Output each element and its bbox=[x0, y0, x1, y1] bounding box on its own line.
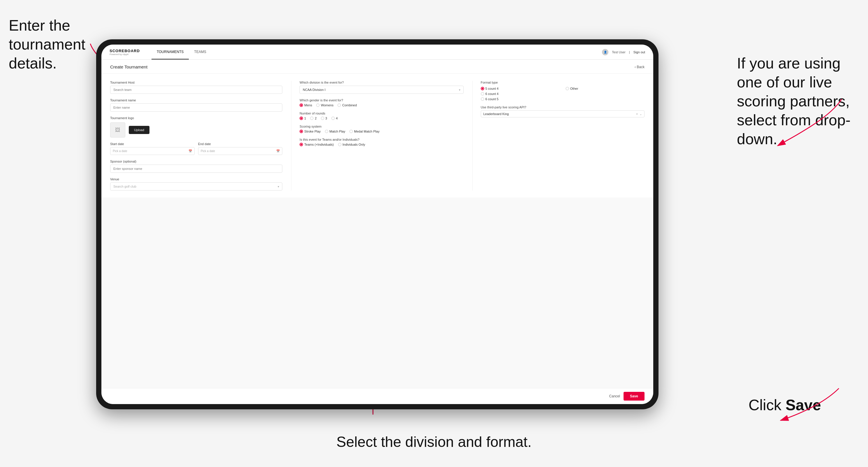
annotation-bottomright: Click Save bbox=[748, 396, 859, 414]
upload-button[interactable]: Upload bbox=[129, 126, 150, 134]
logo-placeholder: 🖼 bbox=[110, 122, 125, 137]
teams-plus-individuals[interactable]: Teams (+Individuals) bbox=[300, 143, 334, 146]
annotation-bottomright-prefix: Click bbox=[748, 397, 785, 413]
scoring-stroke-play[interactable]: Stroke Play bbox=[300, 130, 320, 133]
gender-field: Which gender is the event for? Mens Wome… bbox=[300, 98, 463, 107]
tournament-host-label: Tournament Host bbox=[110, 81, 282, 84]
scoring-stroke-play-radio[interactable] bbox=[300, 130, 303, 133]
end-date-input[interactable]: Pick a date 📅 bbox=[198, 147, 283, 155]
venue-chevron-icon: ▾ bbox=[278, 185, 279, 188]
sponsor-label: Sponsor (optional) bbox=[110, 160, 282, 163]
individuals-only[interactable]: Individuals Only bbox=[338, 143, 365, 146]
tab-tournaments[interactable]: TOURNAMENTS bbox=[152, 44, 189, 59]
navbar-right: 👤 Test User | Sign out bbox=[602, 49, 645, 55]
navbar-tabs: TOURNAMENTS TEAMS bbox=[152, 44, 212, 59]
gender-mens[interactable]: Mens bbox=[300, 103, 312, 107]
tablet-screen: SCOREBOARD Powered by clippit TOURNAMENT… bbox=[101, 44, 653, 404]
form-spacer bbox=[101, 197, 653, 388]
rounds-4[interactable]: 4 bbox=[331, 117, 338, 120]
scoring-medal-match-play[interactable]: Medal Match Play bbox=[349, 130, 379, 133]
venue-placeholder: Search golf club bbox=[113, 185, 136, 188]
gender-combined[interactable]: Combined bbox=[337, 103, 356, 107]
venue-select[interactable]: Search golf club ▾ bbox=[110, 182, 282, 190]
rounds-4-radio[interactable] bbox=[331, 117, 335, 120]
scoring-label: Scoring system bbox=[300, 125, 463, 128]
sign-out-link[interactable]: Sign out bbox=[633, 51, 645, 54]
format-6count5[interactable]: 6 count 5 bbox=[481, 97, 560, 101]
format-5count4-radio[interactable] bbox=[481, 87, 484, 90]
back-link[interactable]: Back bbox=[634, 65, 645, 73]
gender-womens-radio[interactable] bbox=[316, 103, 320, 107]
rounds-1[interactable]: 1 bbox=[300, 117, 306, 120]
tournament-host-input[interactable] bbox=[110, 86, 282, 94]
rounds-field: Number of rounds 1 2 3 bbox=[300, 112, 463, 120]
rounds-2-radio[interactable] bbox=[310, 117, 313, 120]
scoring-match-play-radio[interactable] bbox=[325, 130, 329, 133]
gender-combined-radio[interactable] bbox=[337, 103, 341, 107]
third-party-arrow-icon[interactable]: ⌄ bbox=[640, 113, 642, 116]
third-party-field: Use third-party live scoring API? Leader… bbox=[481, 105, 645, 117]
annotation-bottom: Select the division and format. bbox=[337, 433, 532, 451]
gender-label: Which gender is the event for? bbox=[300, 98, 463, 102]
gender-radio-group: Mens Womens Combined bbox=[300, 103, 463, 107]
end-date-placeholder: Pick a date bbox=[201, 150, 215, 153]
teams-radio-group: Teams (+Individuals) Individuals Only bbox=[300, 143, 463, 146]
format-5count4[interactable]: 5 count 4 bbox=[481, 87, 560, 90]
page-title: Create Tournament bbox=[110, 64, 148, 73]
third-party-clear-button[interactable]: × bbox=[636, 113, 638, 116]
gender-womens[interactable]: Womens bbox=[316, 103, 333, 107]
third-party-input[interactable]: Leaderboard King × ⌄ bbox=[481, 111, 645, 117]
format-6count4[interactable]: 6 count 4 bbox=[481, 92, 560, 96]
format-other-radio[interactable] bbox=[565, 87, 569, 90]
form-col-1: Tournament Host Tournament name Tourname… bbox=[110, 81, 282, 190]
page-header: Create Tournament Back bbox=[101, 60, 653, 74]
format-type-label: Format type bbox=[481, 81, 645, 84]
teams-plus-individuals-radio[interactable] bbox=[300, 143, 303, 146]
format-6count4-radio[interactable] bbox=[481, 92, 484, 96]
form-footer: Cancel Save bbox=[101, 388, 653, 404]
save-button[interactable]: Save bbox=[624, 392, 645, 401]
third-party-value: Leaderboard King bbox=[484, 112, 634, 116]
rounds-3[interactable]: 3 bbox=[321, 117, 327, 120]
rounds-1-radio[interactable] bbox=[300, 117, 303, 120]
format-spacer bbox=[565, 92, 589, 96]
rounds-radio-group: 1 2 3 4 bbox=[300, 117, 463, 120]
scoring-field: Scoring system Stroke Play Match Play bbox=[300, 125, 463, 133]
brand-title: SCOREBOARD bbox=[110, 49, 140, 53]
start-date-label: Start date bbox=[110, 142, 195, 146]
scoring-match-play[interactable]: Match Play bbox=[325, 130, 345, 133]
tournament-logo-field: Tournament logo 🖼 Upload bbox=[110, 116, 282, 137]
navbar-separator: | bbox=[629, 51, 630, 54]
brand-subtitle: Powered by clippit bbox=[110, 53, 140, 56]
rounds-2[interactable]: 2 bbox=[310, 117, 316, 120]
venue-label: Venue bbox=[110, 178, 282, 181]
rounds-3-radio[interactable] bbox=[321, 117, 324, 120]
gender-mens-radio[interactable] bbox=[300, 103, 303, 107]
form-col-2: Which division is the event for? NCAA Di… bbox=[291, 81, 463, 190]
annotation-topright: If you are using one of our live scoring… bbox=[737, 54, 859, 149]
cancel-button[interactable]: Cancel bbox=[609, 394, 620, 398]
division-label: Which division is the event for? bbox=[300, 81, 463, 84]
tournament-name-input[interactable] bbox=[110, 103, 282, 112]
division-value: NCAA Division I bbox=[303, 88, 326, 91]
end-date-label: End date bbox=[198, 142, 283, 146]
tournament-name-label: Tournament name bbox=[110, 98, 282, 102]
calendar-icon: 📅 bbox=[188, 150, 192, 153]
tablet-device: SCOREBOARD Powered by clippit TOURNAMENT… bbox=[96, 39, 658, 409]
scoring-medal-match-play-radio[interactable] bbox=[349, 130, 353, 133]
division-select[interactable]: NCAA Division I ▾ bbox=[300, 86, 463, 94]
scoring-radio-group: Stroke Play Match Play Medal Match Play bbox=[300, 130, 463, 133]
division-field: Which division is the event for? NCAA Di… bbox=[300, 81, 463, 94]
end-date-field: End date Pick a date 📅 bbox=[198, 142, 283, 155]
teams-field: Is this event for Teams and/or Individua… bbox=[300, 138, 463, 146]
sponsor-input[interactable] bbox=[110, 165, 282, 173]
format-type-field: Format type 5 count 4 Other 6 count bbox=[481, 81, 645, 101]
format-other[interactable]: Other bbox=[565, 87, 645, 90]
start-date-input[interactable]: Pick a date 📅 bbox=[110, 147, 195, 155]
third-party-label: Use third-party live scoring API? bbox=[481, 105, 645, 109]
format-6count5-radio[interactable] bbox=[481, 97, 484, 101]
individuals-only-radio[interactable] bbox=[338, 143, 341, 146]
tab-teams[interactable]: TEAMS bbox=[189, 44, 211, 59]
venue-field: Venue Search golf club ▾ bbox=[110, 178, 282, 190]
rounds-label: Number of rounds bbox=[300, 112, 463, 115]
